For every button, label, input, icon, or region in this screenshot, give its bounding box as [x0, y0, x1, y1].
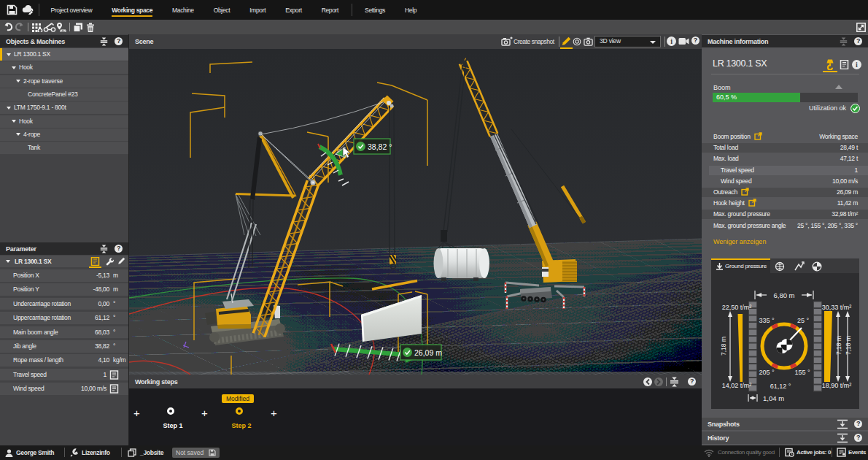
svg-text:7,18 m: 7,18 m [720, 337, 727, 356]
svg-text:26,09 m: 26,09 m [414, 348, 442, 357]
svg-text:14,02 t/m²: 14,02 t/m² [722, 382, 752, 389]
svg-text:18,90 t/m²: 18,90 t/m² [822, 382, 852, 389]
svg-text:7,18 m: 7,18 m [845, 336, 852, 355]
svg-text:30,33 t/m²: 30,33 t/m² [822, 304, 852, 311]
svg-text:22,50 t/m²: 22,50 t/m² [722, 304, 752, 311]
svg-text:25 °: 25 ° [797, 317, 810, 324]
svg-text:6,80 m: 6,80 m [773, 291, 794, 299]
svg-text:61,12 °: 61,12 ° [770, 383, 791, 390]
svg-text:7,18 m: 7,18 m [835, 336, 842, 355]
svg-text:38,82 °: 38,82 ° [368, 142, 392, 151]
svg-text:205 °: 205 ° [759, 369, 775, 376]
svg-text:155 °: 155 ° [794, 369, 810, 376]
svg-text:335 °: 335 ° [759, 317, 775, 324]
svg-text:1,04 m: 1,04 m [763, 394, 784, 402]
